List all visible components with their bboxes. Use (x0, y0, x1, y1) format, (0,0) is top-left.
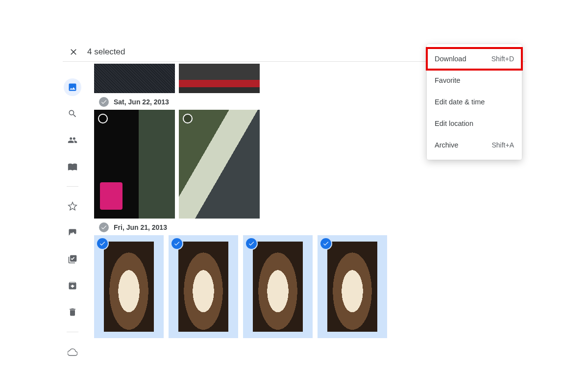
menu-item-label: Favorite (435, 76, 460, 84)
menu-item-favorite[interactable]: Favorite (427, 70, 522, 91)
people-icon (68, 135, 77, 145)
menu-item-edit-date[interactable]: Edit date & time (427, 91, 522, 113)
date-label: Fri, Jun 21, 2013 (114, 223, 167, 231)
photo-thumbnail[interactable] (179, 110, 260, 219)
menu-item-label: Edit location (435, 120, 473, 127)
photo-thumbnail[interactable] (94, 64, 175, 93)
thumbnail-image (94, 64, 175, 93)
cloud-icon (68, 347, 77, 357)
selected-badge[interactable] (246, 238, 257, 249)
check-icon (99, 240, 106, 247)
menu-item-download[interactable]: Download Shift+D (427, 48, 522, 70)
stack-icon (68, 254, 77, 264)
thumbnail-image (104, 242, 154, 332)
rail-storage[interactable] (64, 343, 81, 361)
book-icon (68, 162, 77, 172)
rail-separator-2 (67, 332, 78, 332)
trash-icon (68, 307, 77, 317)
selected-badge[interactable] (172, 238, 182, 249)
check-icon (173, 240, 180, 247)
rail-trash[interactable] (64, 303, 81, 321)
select-photo-checkbox[interactable] (183, 114, 193, 123)
photos-icon (68, 82, 77, 92)
photo-thumbnail-selected[interactable] (94, 235, 164, 338)
selected-badge[interactable] (320, 238, 331, 249)
select-photo-checkbox[interactable] (98, 114, 108, 123)
close-icon (69, 47, 78, 57)
search-icon (68, 109, 77, 119)
app-root: 4 selected (0, 0, 588, 392)
menu-item-label: Edit date & time (435, 98, 485, 106)
menu-item-label: Download (435, 55, 466, 63)
rail-photos[interactable] (64, 78, 81, 96)
date-select-all-button[interactable] (99, 222, 109, 232)
rail-search[interactable] (64, 105, 81, 122)
check-icon (100, 224, 107, 231)
menu-item-shortcut: Shift+A (491, 141, 514, 149)
thumbnail-image (253, 242, 303, 332)
overflow-menu: Download Shift+D Favorite Edit date & ti… (427, 44, 522, 160)
close-selection-button[interactable] (67, 45, 80, 59)
star-icon (68, 201, 77, 211)
check-icon (322, 240, 329, 247)
menu-item-archive[interactable]: Archive Shift+A (427, 134, 522, 156)
menu-item-label: Archive (435, 141, 458, 149)
rail-albums[interactable] (64, 224, 81, 242)
menu-item-edit-location[interactable]: Edit location (427, 113, 522, 134)
selected-badge[interactable] (97, 238, 108, 249)
rail-separator-1 (67, 186, 78, 187)
menu-item-shortcut: Shift+D (491, 55, 514, 63)
thumbnail-image (178, 242, 228, 332)
photo-thumbnail-selected[interactable] (169, 235, 238, 338)
rail-library[interactable] (64, 158, 81, 175)
photo-thumbnail-selected[interactable] (318, 235, 387, 338)
date-header: Fri, Jun 21, 2013 (99, 222, 525, 232)
thumbnail-image (179, 110, 260, 219)
date-select-all-button[interactable] (99, 97, 109, 107)
photo-thumbnail-selected[interactable] (243, 235, 313, 338)
rail-archive[interactable] (64, 277, 81, 294)
thumbnail-image (179, 64, 260, 93)
rail-sharing[interactable] (64, 131, 81, 149)
archive-icon (68, 281, 77, 291)
check-icon (100, 98, 107, 105)
album-icon (68, 228, 77, 238)
rail-favorites[interactable] (64, 197, 81, 215)
left-rail (63, 78, 82, 361)
rail-utilities[interactable] (64, 250, 81, 268)
photo-thumbnail[interactable] (179, 64, 260, 93)
selection-count-label: 4 selected (87, 47, 125, 57)
photo-row-selected (94, 235, 525, 338)
date-label: Sat, Jun 22, 2013 (114, 98, 169, 106)
check-icon (248, 240, 255, 247)
thumbnail-image (327, 242, 377, 332)
thumbnail-image (94, 110, 175, 219)
photo-thumbnail[interactable] (94, 110, 175, 219)
